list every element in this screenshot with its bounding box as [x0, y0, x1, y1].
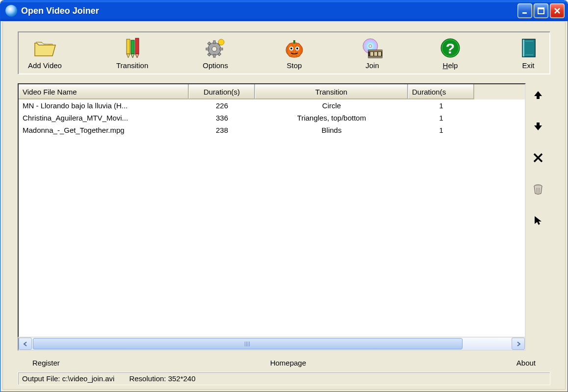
main-toolbar: Add Video Transition [18, 31, 550, 74]
cell-duration: 226 [189, 100, 255, 111]
move-down-button[interactable] [531, 120, 545, 133]
footer-links: Register Homepage About [18, 351, 550, 372]
list-row[interactable]: Christina_Aguilera_MTV_Movi... 336 Trian… [19, 112, 525, 124]
register-link[interactable]: Register [32, 359, 60, 367]
clear-button[interactable] [531, 182, 545, 196]
svg-marker-4 [127, 54, 130, 58]
svg-rect-33 [370, 52, 373, 56]
cell-filename: Christina_Aguilera_MTV_Movi... [19, 113, 189, 123]
horizontal-scrollbar[interactable] [18, 338, 526, 351]
book-icon [516, 36, 540, 60]
close-button[interactable] [550, 3, 565, 18]
svg-rect-2 [538, 8, 544, 9]
options-button[interactable]: Options [200, 35, 231, 71]
cell-transition: Circle [255, 100, 408, 111]
status-output-file: Output File: c:\video_join.avi [22, 374, 114, 383]
side-buttons [526, 83, 550, 351]
close-icon [553, 7, 561, 15]
svg-rect-34 [374, 52, 377, 56]
scroll-left-button[interactable] [19, 338, 32, 350]
svg-rect-23 [293, 40, 295, 44]
app-icon [5, 5, 17, 17]
svg-rect-5 [131, 40, 134, 54]
cell-duration: 238 [189, 125, 255, 135]
pumpkin-icon [283, 36, 306, 60]
svg-rect-14 [220, 48, 223, 50]
stop-label: Stop [287, 61, 302, 70]
cell-tdur: 1 [408, 125, 474, 135]
svg-point-19 [218, 39, 224, 45]
grip-icon [245, 342, 251, 346]
svg-rect-35 [378, 52, 381, 56]
list-row[interactable]: MN - Llorando bajo la lluvia (H... 226 C… [19, 99, 525, 112]
col-tduration[interactable]: Duration(s [408, 84, 474, 99]
minimize-icon [521, 7, 529, 15]
transition-label: Transition [116, 61, 148, 70]
svg-rect-32 [368, 56, 382, 58]
preview-button[interactable] [531, 214, 545, 227]
options-label: Options [203, 61, 228, 70]
svg-point-10 [212, 47, 217, 51]
cell-tdur: 1 [408, 100, 474, 111]
add-video-button[interactable]: Add Video [25, 35, 65, 71]
list-row[interactable]: Madonna_-_Get_Together.mpg 238 Blinds 1 [19, 124, 525, 136]
svg-marker-6 [131, 54, 134, 58]
scroll-track[interactable] [32, 338, 512, 350]
svg-point-29 [369, 45, 372, 48]
window-title: Open Video Joiner [21, 6, 517, 16]
pencils-icon [121, 36, 144, 60]
stop-button[interactable]: Stop [280, 35, 309, 71]
svg-marker-8 [135, 54, 139, 58]
maximize-icon [537, 7, 545, 15]
transition-button[interactable]: Transition [113, 35, 151, 71]
chevron-right-icon [516, 342, 521, 346]
video-list[interactable]: Video File Name Duration(s) Transition D… [18, 83, 526, 338]
list-header: Video File Name Duration(s) Transition D… [19, 84, 525, 99]
join-label: Join [365, 61, 379, 70]
trash-icon [532, 183, 544, 195]
svg-rect-31 [368, 50, 382, 51]
add-video-label: Add Video [28, 61, 62, 70]
svg-point-25 [290, 48, 292, 49]
move-up-button[interactable] [531, 88, 545, 102]
status-bar: Output File: c:\video_join.avi Resolutio… [18, 372, 550, 385]
svg-rect-12 [213, 54, 215, 57]
arrow-down-icon [533, 121, 543, 132]
maximize-button[interactable] [534, 3, 548, 18]
status-resolution: Resolution: 352*240 [129, 374, 195, 383]
remove-button[interactable] [531, 151, 545, 165]
window-controls [517, 3, 565, 18]
join-button[interactable]: Join [358, 35, 387, 71]
col-filename[interactable]: Video File Name [19, 84, 189, 99]
help-button[interactable]: ? Help [436, 35, 465, 71]
col-duration[interactable]: Duration(s) [189, 84, 255, 99]
list-body: MN - Llorando bajo la lluvia (H... 226 C… [19, 99, 525, 136]
col-transition[interactable]: Transition [255, 84, 408, 99]
help-label: Help [443, 61, 458, 70]
cell-filename: Madonna_-_Get_Together.mpg [19, 125, 189, 135]
about-link[interactable]: About [516, 359, 536, 367]
minimize-button[interactable] [517, 3, 532, 18]
svg-text:?: ? [446, 40, 455, 56]
scroll-right-button[interactable] [512, 338, 525, 350]
gear-icon [204, 36, 227, 60]
help-icon: ? [439, 36, 462, 60]
exit-button[interactable]: Exit [514, 35, 543, 71]
svg-rect-0 [522, 12, 527, 14]
titlebar[interactable]: Open Video Joiner [0, 0, 568, 21]
homepage-link[interactable]: Homepage [270, 359, 306, 367]
scroll-thumb[interactable] [33, 338, 463, 349]
list-wrap: Video File Name Duration(s) Transition D… [18, 83, 526, 351]
svg-point-27 [296, 48, 298, 49]
cell-duration: 336 [189, 113, 255, 123]
cell-filename: MN - Llorando bajo la lluvia (H... [19, 100, 189, 111]
exit-label: Exit [522, 61, 534, 70]
pointer-icon [533, 215, 543, 226]
svg-rect-7 [135, 38, 139, 54]
svg-rect-3 [127, 39, 130, 54]
svg-rect-13 [206, 48, 209, 50]
arrow-up-icon [533, 90, 543, 100]
x-icon [533, 152, 543, 163]
chevron-left-icon [23, 342, 28, 346]
middle-section: Video File Name Duration(s) Transition D… [18, 83, 550, 351]
